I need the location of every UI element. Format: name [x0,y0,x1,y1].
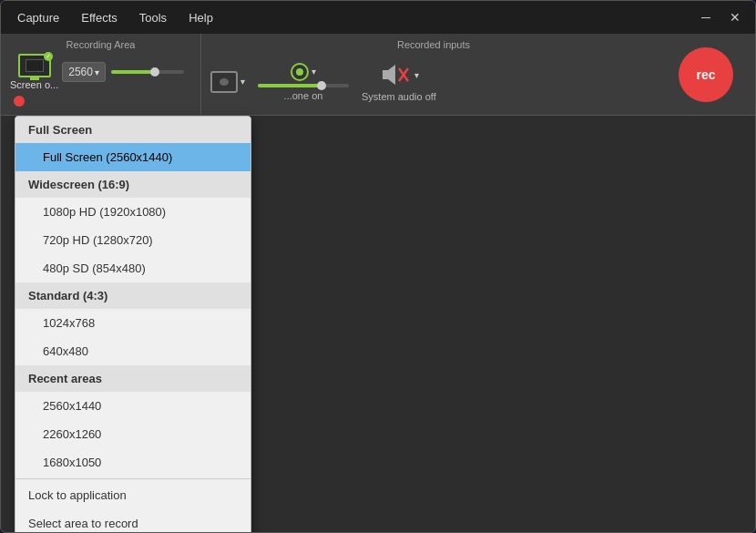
webcam-dropdown-arrow: ▾ [240,77,245,87]
rec-button[interactable]: rec [679,47,733,102]
fullscreen-option-1440[interactable]: Full Screen (2560x1440) [15,143,250,171]
window-controls: ─ ✕ [693,5,748,30]
option-2260x1260[interactable]: 2260x1260 [15,420,250,448]
lock-to-app-action[interactable]: Lock to application [15,481,250,509]
widescreen-header: Widescreen (16:9) [15,171,250,198]
screen-icon: ✓ [18,54,51,77]
system-audio-icon [379,61,412,88]
webcam-control[interactable]: ▾ [210,71,245,93]
mic-slider [258,84,349,87]
option-480p[interactable]: 480p SD (854x480) [15,254,250,282]
option-640x480[interactable]: 640x480 [15,337,250,365]
mic-icon [291,63,309,81]
mic-slider-thumb[interactable] [317,81,326,90]
option-1024x768[interactable]: 1024x768 [15,309,250,337]
close-button[interactable]: ✕ [722,5,748,30]
screen-check-badge: ✓ [44,52,53,61]
menu-help[interactable]: Help [179,7,222,28]
inputs-row: ▾ ▾ [210,54,657,109]
resolution-dropdown-menu: Full Screen Full Screen (2560x1440) Wide… [15,116,251,533]
audio-dropdown-arrow: ▾ [414,70,419,80]
resolution-dropdown[interactable]: 2560 ▾ [62,62,106,82]
menu-bar: Capture Effects Tools Help [8,7,693,28]
menu-capture[interactable]: Capture [8,7,68,28]
webcam-group: ▾ [210,71,245,93]
recorded-inputs-label: Recorded inputs [210,39,657,50]
slider-track [111,70,184,74]
area-slider [111,70,184,74]
recent-areas-header: Recent areas [15,365,250,392]
mic-slider-fill [258,84,322,87]
menu-divider [15,478,250,479]
menu-effects[interactable]: Effects [72,7,127,28]
select-area-action[interactable]: Select area to record [15,509,250,533]
mic-slider-track [258,84,349,87]
recording-area-controls: ✓ Screen o... 2560 ▾ [10,54,191,107]
recording-area-label: Recording Area [10,39,191,50]
mic-group: ▾ ...one on [258,63,349,101]
option-720p[interactable]: 720p HD (1280x720) [15,226,250,254]
record-indicator [14,96,25,107]
svg-marker-0 [383,65,395,85]
fullscreen-header: Full Screen [15,117,250,143]
recorded-inputs-section: Recorded inputs ▾ [201,34,666,115]
option-2560x1440[interactable]: 2560x1440 [15,392,250,420]
slider-thumb[interactable] [150,67,159,77]
mic-dropdown-arrow: ▾ [312,67,316,77]
mic-control[interactable]: ▾ ...one on [258,63,349,101]
mic-label: ...one on [284,90,323,101]
option-1080p[interactable]: 1080p HD (1920x1080) [15,198,250,226]
standard-header: Standard (4:3) [15,282,250,309]
option-1680x1050[interactable]: 1680x1050 [15,448,250,477]
main-toolbar: Recording Area ✓ Screen o... 2560 [1,34,755,116]
title-bar: Capture Effects Tools Help ─ ✕ [1,1,755,34]
minimize-button[interactable]: ─ [693,5,719,30]
rec-button-container: rec [666,34,755,115]
app-window: Capture Effects Tools Help ─ ✕ Recording… [0,0,756,533]
system-audio-label: System audio off [362,91,436,102]
recording-area-section: Recording Area ✓ Screen o... 2560 [1,34,201,115]
screen-label: Screen o... [10,79,58,90]
menu-tools[interactable]: Tools [130,7,176,28]
screen-selector[interactable]: ✓ Screen o... [10,54,58,90]
webcam-icon [210,71,238,93]
system-audio-group[interactable]: ▾ System audio off [362,61,436,102]
slider-fill [111,70,155,74]
